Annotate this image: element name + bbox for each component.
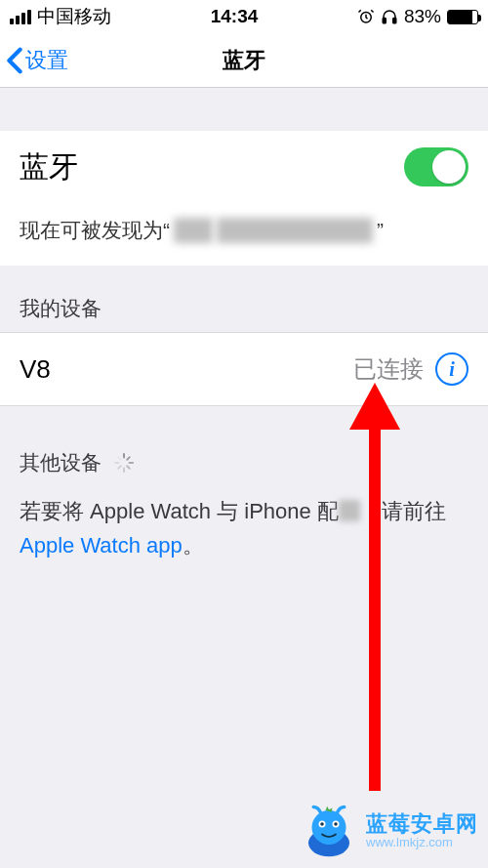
discoverable-prefix: 现在可被发现为“ xyxy=(20,217,170,244)
status-bar: 中国移动 14:34 83% xyxy=(0,0,488,33)
signal-icon xyxy=(10,10,31,24)
info-icon[interactable]: i xyxy=(435,352,468,386)
svg-rect-1 xyxy=(383,19,386,23)
carrier-label: 中国移动 xyxy=(37,4,111,29)
bluetooth-toggle-cell[interactable]: 蓝牙 xyxy=(0,131,488,203)
battery-icon xyxy=(447,10,478,24)
device-row-right: 已连接 i xyxy=(353,352,468,386)
redacted-name-part2 xyxy=(217,218,373,243)
back-button[interactable]: 设置 xyxy=(6,33,68,87)
device-row[interactable]: V8 已连接 i xyxy=(0,332,488,406)
svg-line-4 xyxy=(127,457,130,460)
back-label: 设置 xyxy=(25,46,68,75)
footer-part2: ，请前往 xyxy=(360,499,446,523)
discoverable-suffix: ” xyxy=(377,219,384,242)
footer-part1: 若要将 Apple Watch 与 iPhone 配 xyxy=(20,499,339,523)
page-title: 蓝牙 xyxy=(223,46,265,75)
device-status: 已连接 xyxy=(353,353,424,385)
apple-watch-note: 若要将 Apple Watch 与 iPhone 配，请前往 Apple Wat… xyxy=(0,490,488,562)
spacer xyxy=(0,88,488,131)
discoverable-note: 现在可被发现为“ ” xyxy=(0,203,488,266)
my-devices-label: 我的设备 xyxy=(20,297,102,319)
battery-fill xyxy=(448,11,472,23)
spinner-icon xyxy=(113,452,135,474)
status-left: 中国移动 xyxy=(10,4,111,29)
nav-bar: 设置 蓝牙 xyxy=(0,33,488,88)
other-devices-label: 其他设备 xyxy=(20,449,102,476)
content: 蓝牙 现在可被发现为“ ” 我的设备 V8 已连接 i 其他设备 xyxy=(0,88,488,868)
alarm-icon xyxy=(357,8,375,25)
redacted-name-part1 xyxy=(174,218,213,243)
svg-line-6 xyxy=(127,466,130,469)
status-time: 14:34 xyxy=(211,6,259,27)
bluetooth-toggle[interactable] xyxy=(404,147,468,186)
svg-line-8 xyxy=(118,466,121,469)
svg-line-10 xyxy=(118,457,121,460)
my-devices-header: 我的设备 xyxy=(0,266,488,332)
bluetooth-label: 蓝牙 xyxy=(20,147,78,187)
other-devices-header: 其他设备 xyxy=(0,406,488,490)
svg-rect-2 xyxy=(393,19,396,23)
apple-watch-app-link[interactable]: Apple Watch app xyxy=(20,533,183,558)
chevron-left-icon xyxy=(6,47,23,74)
battery-percent: 83% xyxy=(404,6,441,27)
headphones-icon xyxy=(381,8,398,25)
status-right: 83% xyxy=(357,6,478,27)
footer-part3: 。 xyxy=(183,533,204,558)
device-name: V8 xyxy=(20,354,51,385)
redacted-char xyxy=(339,500,360,521)
